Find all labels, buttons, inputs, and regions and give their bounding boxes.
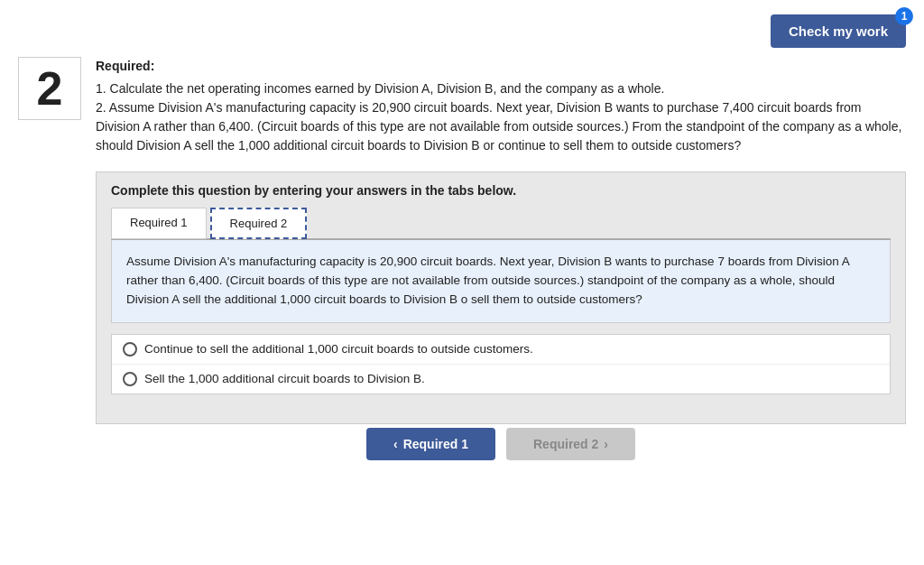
complete-box: Complete this question by entering your … [96,171,906,424]
radio-option-1[interactable] [123,342,137,357]
prev-icon: ‹ [393,437,398,451]
tab-required-1[interactable]: Required 1 [111,208,207,239]
check-work-label: Check my work [789,23,888,39]
check-work-badge: 1 [895,7,913,25]
tab-required-2[interactable]: Required 2 [210,208,308,239]
tabs-row: Required 1 Required 2 [111,207,891,240]
question-number: 2 [18,57,81,120]
next-icon: › [604,437,608,451]
complete-box-title: Complete this question by entering your … [111,183,891,198]
prev-button[interactable]: ‹ Required 1 [366,428,495,460]
next-button[interactable]: Required 2 › [506,428,635,460]
question-text: Required: 1. Calculate the net operating… [96,57,906,155]
nav-buttons: ‹ Required 1 Required 2 › [96,428,906,460]
next-label: Required 2 [533,437,598,451]
radio-option-2[interactable] [123,372,137,386]
tab-content-text: Assume Division A's manufacturing capaci… [126,255,849,306]
instruction-1: 1. Calculate the net operating incomes e… [96,81,664,96]
option-2-label: Sell the 1,000 additional circuit boards… [144,372,425,385]
required-label: Required: [96,57,906,76]
question-body: Required: 1. Calculate the net operating… [96,57,906,460]
tab-content-area: Assume Division A's manufacturing capaci… [111,240,891,323]
answer-option-2[interactable]: Sell the 1,000 additional circuit boards… [112,365,890,394]
instruction-2: 2. Assume Division A's manufacturing cap… [96,100,901,153]
answer-option-1[interactable]: Continue to sell the additional 1,000 ci… [112,335,890,365]
check-work-button[interactable]: Check my work 1 [771,14,906,48]
option-1-label: Continue to sell the additional 1,000 ci… [144,342,533,356]
prev-label: Required 1 [403,437,468,451]
answer-options: Continue to sell the additional 1,000 ci… [111,334,891,394]
